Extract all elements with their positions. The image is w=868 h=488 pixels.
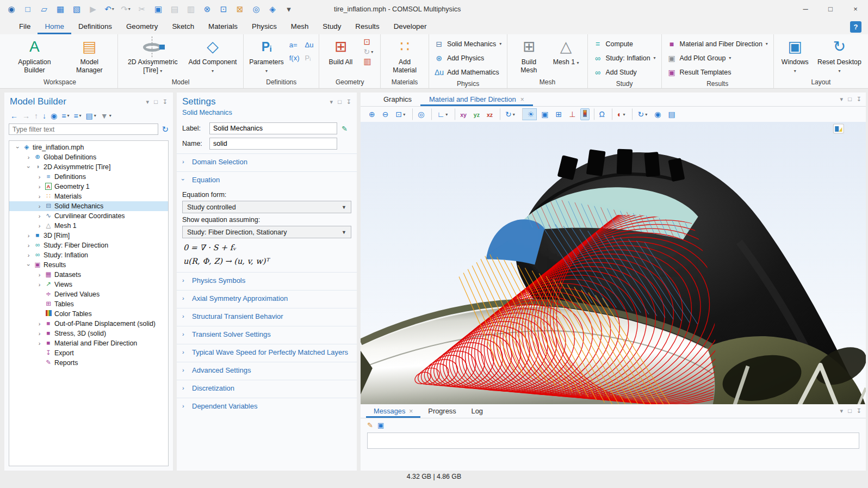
tree-expander-icon[interactable]: ›	[24, 262, 33, 268]
clear-messages-button[interactable]: ✎	[367, 421, 373, 429]
messages-log-area[interactable]	[367, 433, 859, 449]
tree-expander-icon[interactable]: ›	[35, 193, 44, 200]
tree-expander-icon[interactable]: ›	[35, 330, 44, 337]
section-header[interactable]: › Typical Wave Speed for Perfectly Match…	[177, 344, 357, 360]
tree-item[interactable]: › ↗ Views	[9, 280, 168, 289]
snapshot-button[interactable]: ◉	[652, 108, 664, 120]
float-panel-icon[interactable]: □	[848, 407, 852, 415]
windows-button[interactable]: ▣ Windows▾	[779, 35, 811, 74]
study-node-button[interactable]: ∞ Study: Inflation ▾	[593, 51, 656, 65]
insert-sequence-button[interactable]: ⊡	[362, 37, 375, 47]
label-field[interactable]	[209, 122, 337, 134]
view-xy-button[interactable]: xy	[455, 108, 469, 120]
tree-item[interactable]: › ■ Out-of-Plane Displacement (solid)	[9, 319, 168, 329]
menu-item[interactable]: Sketch	[165, 19, 201, 34]
paste-button[interactable]: ▤	[168, 3, 182, 16]
definitions-quick-button[interactable]: Pᵢ	[305, 52, 313, 64]
collapse-panel-icon[interactable]: ▾	[330, 99, 333, 105]
tree-expander-icon[interactable]: ›	[24, 164, 33, 170]
pin-panel-icon[interactable]: ↧	[857, 407, 861, 415]
scene-appearance-button[interactable]: ◐ ▾	[612, 108, 628, 120]
graphics-tab[interactable]: Material and Fiber Direction ×	[420, 93, 533, 106]
tree-item[interactable]: › ■ 3D [Rim]	[9, 231, 168, 240]
add-physics-button[interactable]: ⊛ Add Physics	[435, 51, 501, 65]
menu-item[interactable]: Materials	[201, 19, 245, 34]
refresh-icon[interactable]: ↻	[162, 125, 169, 134]
move-down-button[interactable]: ↓	[41, 112, 48, 120]
tree-expander-icon[interactable]: ›	[35, 203, 44, 209]
build-all-button[interactable]: ⊞ Build All	[325, 35, 356, 66]
rename-icon[interactable]: ✎	[342, 125, 351, 133]
tree-expander-icon[interactable]: ›	[35, 320, 44, 327]
environment-button[interactable]: ▣	[538, 108, 551, 120]
solid-mechanics-button[interactable]: ⊟ Solid Mechanics ▾	[435, 37, 501, 51]
copy-button[interactable]: ▣	[151, 3, 165, 16]
toggle-model-tree-nodes-button[interactable]: ◉	[49, 112, 59, 120]
build-mesh-button[interactable]: ⊞ Build Mesh	[513, 35, 544, 74]
tree-item[interactable]: ≑ Derived Values	[9, 289, 168, 299]
color-legend-button[interactable]	[580, 108, 590, 120]
application-builder-button[interactable]: A Application Builder	[8, 35, 61, 74]
mesh-1-button[interactable]: △ Mesh 1 ▾	[550, 35, 582, 66]
definitions-quick-button[interactable]: f(x)	[289, 52, 300, 64]
messages-tab[interactable]: Log	[464, 405, 491, 418]
collapse-panel-icon[interactable]: ▾	[840, 407, 844, 415]
definitions-quick-button[interactable]: a=	[289, 39, 300, 51]
pin-panel-icon[interactable]: ↧	[346, 99, 351, 105]
tree-expander-icon[interactable]: ›	[35, 223, 44, 229]
add-mathematics-button[interactable]: Δu Add Mathematics	[435, 65, 501, 79]
definitions-quick-button[interactable]: Δu	[305, 39, 313, 51]
show-equation-select[interactable]: Study: Fiber Direction, Stationary ▼	[182, 226, 351, 238]
delete-button[interactable]: ⊗	[200, 3, 214, 16]
undo-button[interactable]: ↶ ▾	[102, 3, 116, 16]
section-header[interactable]: › Discretization	[177, 380, 357, 396]
add-component-button[interactable]: ◇ Add Component ▾	[188, 35, 238, 74]
new-file-button[interactable]: □	[21, 3, 35, 16]
tree-item[interactable]: › A Geometry 1	[9, 182, 168, 192]
reset-desktop-button[interactable]: ↻ Reset Desktop ▾	[816, 35, 863, 74]
menu-item[interactable]: Mesh	[284, 19, 316, 34]
show-grid-button[interactable]: ⊞	[553, 108, 565, 120]
tree-item[interactable]: › ∞ Study: Fiber Direction	[9, 240, 168, 250]
zoom-out-button[interactable]: ⊖	[380, 108, 392, 120]
result-templates-button[interactable]: ▣ Result Templates	[667, 65, 768, 79]
search-button[interactable]: ◈	[265, 3, 280, 16]
parameters-button[interactable]: Pᵢ Parameters▾	[249, 35, 284, 74]
tree-item[interactable]: › ⊟ Solid Mechanics	[9, 201, 168, 211]
deselect-button[interactable]: ⊠	[233, 3, 247, 16]
tree-item[interactable]: ✎ Reports	[9, 358, 168, 368]
float-panel-icon[interactable]: □	[848, 96, 852, 103]
menu-item[interactable]: Home	[38, 19, 71, 34]
tree-filter-input[interactable]	[9, 123, 158, 135]
tree-expander-icon[interactable]: ›	[35, 281, 44, 288]
collapse-all-button[interactable]: ≡ ▾	[72, 112, 83, 120]
graphics-viewport[interactable]	[361, 122, 866, 411]
menu-item[interactable]: Study	[315, 19, 348, 34]
messages-tab[interactable]: Progress	[420, 405, 463, 418]
tree-expander-icon[interactable]: ›	[14, 144, 22, 151]
zoom-in-button[interactable]: ⊕	[366, 108, 378, 120]
add-material-button[interactable]: ∷ Add Material	[386, 35, 423, 74]
select-box-button[interactable]: ⊡	[216, 3, 231, 16]
view-xz-button[interactable]: xz	[484, 108, 495, 120]
tree-expander-icon[interactable]: ›	[35, 174, 44, 180]
axis-orientation-button[interactable]: ⊥	[566, 108, 578, 120]
collapse-panel-icon[interactable]: ▾	[146, 99, 150, 105]
2d-axisymmetric-button[interactable]: 2D Axisymmetric [Tire] ▾	[123, 35, 182, 74]
section-header-equation[interactable]: › Equation	[177, 171, 357, 187]
redo-button[interactable]: ↷ ▾	[119, 3, 133, 16]
menu-item[interactable]: Definitions	[71, 19, 119, 34]
collapse-panel-icon[interactable]: ▾	[840, 96, 844, 103]
chevron-down-icon[interactable]: ▾	[112, 7, 114, 11]
save-as-button[interactable]: ▧	[70, 3, 84, 16]
maximize-button[interactable]: □	[818, 0, 843, 18]
rebuild-button[interactable]: ↻ ▾	[362, 47, 375, 56]
nav-forward-button[interactable]: →	[21, 112, 32, 120]
tree-item[interactable]: › ∷ Materials	[9, 192, 168, 201]
expand-all-button[interactable]: ≡ ▾	[60, 112, 71, 120]
tree-expander-icon[interactable]: ›	[24, 232, 33, 239]
zoom-box-button[interactable]: ⊡ ▾	[393, 108, 408, 120]
section-header[interactable]: › Axial Symmetry Approximation	[177, 290, 357, 306]
default-view-button[interactable]: ∟ ▾	[431, 108, 450, 120]
rotate-button[interactable]: ↻ ▾	[500, 108, 518, 120]
